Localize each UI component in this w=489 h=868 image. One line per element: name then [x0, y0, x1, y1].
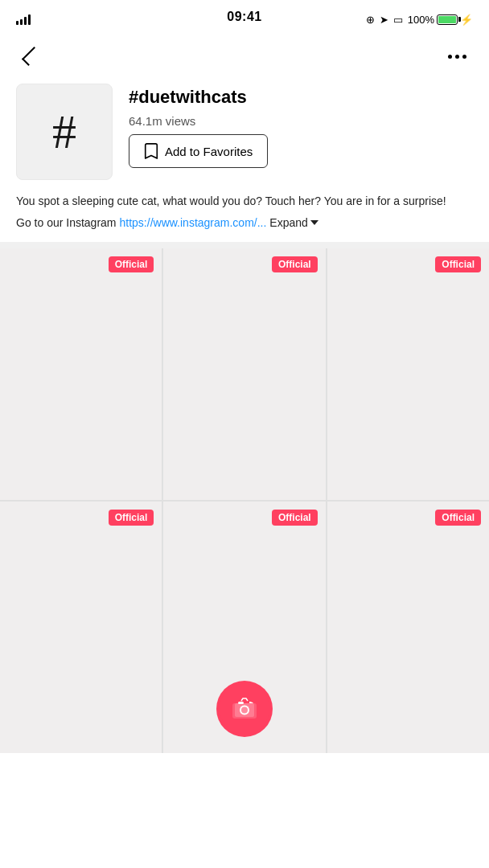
video-cell-1[interactable]: Official [0, 248, 162, 500]
official-badge-1: Official [109, 256, 154, 272]
more-button[interactable] [441, 40, 473, 72]
official-badge-5: Official [272, 510, 318, 526]
video-cell-4[interactable]: Official [0, 502, 162, 753]
hashtag-header: # #duetwithcats 64.1m views Add to Favor… [0, 77, 489, 193]
dot-icon [448, 55, 452, 59]
back-chevron-icon [22, 47, 41, 66]
description-text: You spot a sleeping cute cat, what would… [16, 193, 473, 210]
camera-icon [232, 696, 257, 722]
instagram-link[interactable]: https://www.instagram.com/... [120, 216, 267, 229]
battery-fill [438, 16, 456, 23]
video-cell-3[interactable]: Official [327, 248, 489, 500]
official-badge-6: Official [435, 510, 481, 526]
signal-area [16, 14, 31, 25]
dot-icon [455, 55, 459, 59]
video-cell-2[interactable]: Official [163, 248, 325, 500]
description-section: You spot a sleeping cute cat, what would… [0, 193, 489, 239]
description-link-row: Go to our Instagram https://www.instagra… [16, 216, 473, 229]
battery-percent: 100% [408, 14, 434, 26]
battery-icon [437, 14, 458, 25]
hash-symbol: # [52, 108, 76, 156]
expand-button[interactable]: Expand [269, 216, 318, 229]
video-grid: Official Official Official Official Offi… [0, 248, 489, 753]
dot-icon [462, 55, 466, 59]
official-badge-2: Official [272, 256, 318, 272]
back-button[interactable] [13, 40, 45, 72]
screen-mirror-icon: ▭ [393, 14, 403, 26]
signal-bars [16, 14, 31, 25]
hashtag-name: #duetwithcats [129, 87, 473, 108]
expand-chevron-icon [310, 220, 318, 225]
official-badge-3: Official [435, 256, 481, 272]
hashtag-thumbnail: # [16, 84, 113, 180]
video-cell-5[interactable]: Official [163, 502, 325, 753]
battery-area: 100% ⚡ [408, 14, 473, 26]
hashtag-views: 64.1m views [129, 114, 473, 128]
lock-icon: ⊕ [366, 14, 375, 26]
link-prefix: Go to our Instagram [16, 216, 117, 229]
add-favorites-button[interactable]: Add to Favorites [129, 134, 268, 168]
section-divider [0, 242, 489, 248]
expand-label: Expand [269, 216, 307, 229]
official-badge-4: Official [109, 510, 154, 526]
status-time: 09:41 [227, 10, 261, 24]
video-cell-6[interactable]: Official [327, 502, 489, 753]
camera-fab-button[interactable] [216, 681, 273, 737]
status-bar: 09:41 ⊕ ➤ ▭ 100% ⚡ [0, 0, 489, 35]
charging-icon: ⚡ [460, 14, 473, 26]
add-favorites-label: Add to Favorites [165, 145, 253, 158]
bookmark-icon [144, 143, 158, 159]
svg-point-6 [241, 707, 248, 714]
location-icon: ➤ [380, 14, 388, 26]
hashtag-info: #duetwithcats 64.1m views Add to Favorit… [129, 84, 473, 168]
nav-bar [0, 35, 489, 77]
status-right: ⊕ ➤ ▭ 100% ⚡ [366, 14, 473, 26]
